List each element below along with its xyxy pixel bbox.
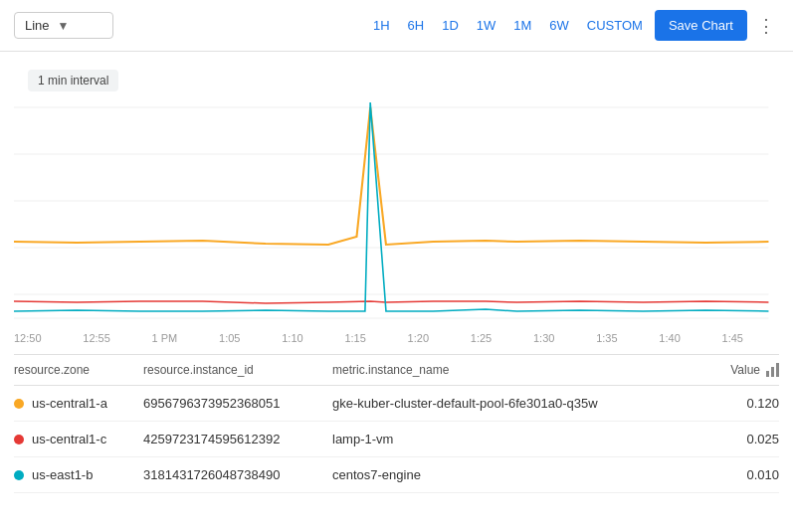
interval-badge: 1 min interval bbox=[28, 70, 118, 91]
chart-type-label: Line bbox=[25, 18, 50, 33]
save-chart-button[interactable]: Save Chart bbox=[655, 10, 747, 41]
zone-cell-3: us-east1-b bbox=[14, 467, 143, 482]
time-range-buttons: 1H 6H 1D 1W 1M 6W CUSTOM Save Chart ⋮ bbox=[367, 10, 779, 41]
data-table: resource.zone resource.instance_id metri… bbox=[14, 354, 779, 493]
x-label-1255: 12:55 bbox=[83, 332, 110, 344]
x-label-115: 1:15 bbox=[344, 332, 365, 344]
legend-dot-red bbox=[14, 435, 24, 444]
time-btn-1d[interactable]: 1D bbox=[436, 14, 465, 37]
metric-3: centos7-engine bbox=[332, 467, 709, 482]
toolbar: Line ▼ 1H 6H 1D 1W 1M 6W CUSTOM Save Cha… bbox=[0, 0, 793, 52]
table-row: us-central1-c 4259723174595612392 lamp-1… bbox=[14, 422, 779, 457]
col-header-value: Value bbox=[709, 363, 779, 377]
col-header-instance-id: resource.instance_id bbox=[143, 363, 332, 377]
metric-1: gke-kuber-cluster-default-pool-6fe301a0-… bbox=[332, 396, 709, 411]
x-label-120: 1:20 bbox=[408, 332, 429, 344]
col-header-zone: resource.zone bbox=[14, 363, 143, 377]
time-btn-1m[interactable]: 1M bbox=[507, 14, 537, 37]
time-btn-custom[interactable]: CUSTOM bbox=[581, 14, 649, 37]
x-label-140: 1:40 bbox=[659, 332, 680, 344]
more-options-icon[interactable]: ⋮ bbox=[753, 11, 779, 41]
x-label-1pm: 1 PM bbox=[152, 332, 178, 344]
sort-icon[interactable] bbox=[766, 363, 779, 377]
zone-cell-2: us-central1-c bbox=[14, 432, 143, 446]
zone-value-1: us-central1-a bbox=[32, 396, 107, 411]
table-row: us-east1-b 3181431726048738490 centos7-e… bbox=[14, 457, 779, 493]
chart-type-dropdown[interactable]: Line ▼ bbox=[14, 12, 113, 39]
zone-cell-1: us-central1-a bbox=[14, 396, 143, 411]
time-btn-6w[interactable]: 6W bbox=[543, 14, 575, 37]
zone-value-3: us-east1-b bbox=[32, 467, 93, 482]
instance-id-3: 3181431726048738490 bbox=[143, 467, 332, 482]
instance-id-1: 6956796373952368051 bbox=[143, 396, 332, 411]
x-label-135: 1:35 bbox=[596, 332, 617, 344]
zone-value-2: us-central1-c bbox=[32, 432, 106, 446]
time-btn-1w[interactable]: 1W bbox=[471, 14, 502, 37]
x-label-130: 1:30 bbox=[533, 332, 554, 344]
time-btn-6h[interactable]: 6H bbox=[402, 14, 431, 37]
value-3: 0.010 bbox=[709, 467, 779, 482]
instance-id-2: 4259723174595612392 bbox=[143, 432, 332, 446]
value-label: Value bbox=[730, 363, 760, 377]
col-header-metric: metric.instance_name bbox=[332, 363, 709, 377]
value-1: 0.120 bbox=[709, 396, 779, 411]
metric-2: lamp-1-vm bbox=[332, 432, 709, 446]
value-2: 0.025 bbox=[709, 432, 779, 446]
x-label-1250: 12:50 bbox=[14, 332, 42, 344]
x-axis-labels: 12:50 12:55 1 PM 1:05 1:10 1:15 1:20 1:2… bbox=[14, 328, 779, 344]
chevron-down-icon: ▼ bbox=[58, 19, 70, 33]
x-label-125: 1:25 bbox=[471, 332, 492, 344]
x-label-110: 1:10 bbox=[282, 332, 302, 344]
x-label-145: 1:45 bbox=[722, 332, 743, 344]
table-row: us-central1-a 6956796373952368051 gke-ku… bbox=[14, 386, 779, 422]
legend-dot-cyan bbox=[14, 470, 24, 480]
table-header: resource.zone resource.instance_id metri… bbox=[14, 355, 779, 386]
time-btn-1h[interactable]: 1H bbox=[367, 14, 396, 37]
legend-dot-orange bbox=[14, 399, 24, 409]
x-label-105: 1:05 bbox=[219, 332, 240, 344]
line-chart bbox=[14, 97, 779, 326]
